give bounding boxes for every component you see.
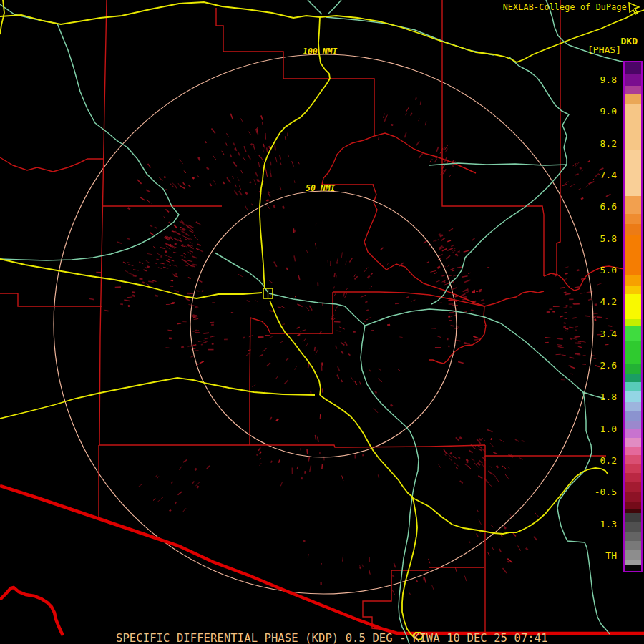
county-path — [364, 185, 386, 270]
kdp-speckle — [240, 170, 243, 173]
colorbar-label: 9.0 — [600, 106, 617, 117]
kdp-speckle — [195, 307, 196, 308]
county-path — [0, 157, 104, 172]
rivers-path — [0, 24, 179, 260]
kdp-speckle — [286, 268, 287, 270]
kdp-speckle — [545, 337, 552, 338]
kdp-speckle — [280, 341, 283, 343]
kdp-speckle — [227, 177, 230, 182]
kdp-speckle — [127, 297, 133, 298]
kdp-speckle — [168, 240, 170, 240]
kdp-speckle — [132, 292, 135, 293]
colorbar-label: -1.3 — [595, 519, 617, 530]
kdp-speckle — [416, 141, 419, 145]
kdp-speckle — [488, 471, 492, 474]
kdp-speckle — [339, 327, 345, 329]
kdp-speckle — [379, 369, 380, 371]
kdp-speckle — [365, 302, 367, 303]
kdp-speckle — [260, 458, 261, 460]
kdp-speckle — [570, 184, 575, 187]
kdp-speckle — [157, 477, 159, 479]
kdp-speckle — [275, 145, 275, 150]
kdp-speckle — [235, 190, 238, 195]
kdp-speckle — [200, 361, 204, 364]
kdp-speckle — [425, 121, 426, 125]
kdp-speckle — [270, 172, 271, 177]
kdp-speckle — [479, 449, 482, 451]
kdp-speckle — [437, 266, 440, 268]
kdp-speckle — [255, 172, 258, 176]
kdp-speckle — [547, 312, 550, 313]
kdp-speckle — [170, 237, 172, 238]
kdp-speckle — [343, 292, 346, 297]
colorbar-label: 6.6 — [600, 201, 617, 212]
kdp-speckle — [184, 257, 186, 258]
kdp-speckle — [316, 243, 316, 248]
colorbar-segment — [625, 326, 641, 341]
kdp-speckle — [266, 205, 270, 210]
kdp-speckle — [436, 147, 439, 152]
kdp-speckle — [166, 268, 169, 269]
kdp-speckle — [157, 253, 161, 255]
kdp-speckle — [279, 460, 280, 463]
kdp-speckle — [182, 231, 186, 233]
kdp-speckle — [175, 231, 177, 233]
kdp-speckle — [370, 286, 373, 288]
kdp-speckle — [165, 190, 167, 191]
kdp-speckle — [171, 280, 174, 281]
kdp-speckle — [190, 246, 194, 249]
kdp-speckle — [469, 541, 470, 543]
kdp-speckle — [143, 270, 147, 271]
kdp-speckle — [183, 182, 186, 185]
kdp-speckle — [142, 282, 145, 283]
kdp-speckle — [148, 164, 151, 168]
kdp-speckle — [434, 273, 437, 274]
kdp-speckle — [429, 559, 430, 563]
kdp-speckle — [360, 381, 361, 386]
kdp-speckle — [492, 547, 494, 550]
colorbar-label: 3.4 — [600, 328, 617, 339]
kdp-speckle — [519, 458, 523, 460]
kdp-speckle — [322, 464, 323, 469]
kdp-speckle — [458, 361, 464, 363]
kdp-speckle — [575, 162, 580, 167]
kdp-speckle — [226, 143, 227, 146]
kdp-speckle — [588, 161, 590, 162]
kdp-speckle — [293, 228, 294, 233]
range-ring-label-100nmi: 100 NMI — [303, 47, 337, 57]
kdp-speckle — [274, 262, 277, 267]
kdp-speckle — [297, 304, 302, 307]
kdp-speckle — [438, 303, 442, 303]
kdp-speckle — [214, 180, 216, 184]
kdp-speckle — [580, 293, 585, 293]
kdp-speckle — [490, 443, 494, 447]
kdp-speckle — [588, 299, 592, 301]
kdp-speckle — [482, 464, 484, 468]
kdp-speckle — [203, 342, 207, 343]
kdp-speckle — [186, 234, 190, 236]
kdp-speckle — [431, 585, 434, 590]
kdp-speckle — [260, 463, 262, 465]
kdp-speckle — [597, 317, 602, 318]
kdp-speckle — [158, 268, 162, 269]
kdp-speckle — [192, 177, 194, 179]
kdp-speckle — [564, 292, 567, 293]
kdp-speckle — [270, 417, 271, 420]
kdp-speckle — [280, 162, 282, 165]
kdp-speckle — [250, 182, 250, 183]
kdp-speckle — [298, 275, 300, 280]
kdp-speckle — [424, 241, 428, 244]
highways-path — [270, 301, 321, 395]
colorbar-label: 5.0 — [600, 265, 617, 275]
colorbar-segment — [625, 104, 641, 150]
kdp-speckle — [268, 199, 270, 202]
kdp-speckle — [195, 333, 200, 333]
kdp-speckle — [164, 217, 165, 218]
kdp-speckle — [439, 464, 441, 468]
kdp-speckle — [191, 356, 195, 358]
colorbar-phase-label: [PHAS] — [587, 45, 621, 55]
kdp-speckle — [479, 291, 481, 292]
kdp-speckle — [455, 254, 457, 255]
kdp-speckle — [441, 238, 445, 241]
county-path — [442, 0, 544, 276]
